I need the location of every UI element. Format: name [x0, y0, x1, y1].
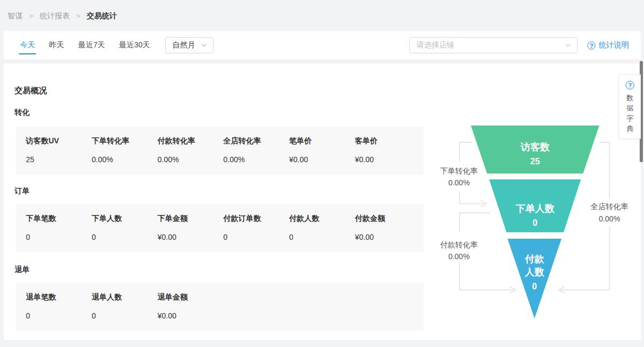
stat-refund-count: 退单笔数 0 — [26, 293, 92, 320]
data-dictionary-label: 典 — [627, 123, 634, 134]
funnel-bracket-line — [560, 227, 609, 290]
filter-toolbar: 今天 昨天 最近7天 最近30天 自然月 请选择店铺 ? 统计说明 — [4, 31, 641, 59]
conversion-funnel-chart: 下单转化率 0.00% 付款转化率 0.00% 全店转化率 0.00% 访客数 … — [434, 121, 644, 326]
shop-select[interactable]: 请选择店铺 — [409, 37, 578, 53]
stats-help-link[interactable]: ? 统计说明 — [587, 40, 629, 50]
funnel-stage-label: 付款 — [524, 254, 545, 265]
question-circle-icon: ? — [626, 81, 634, 89]
stat-order-users: 下单人数 0 — [92, 214, 157, 241]
chevron-down-icon — [565, 44, 571, 47]
funnel-stage-label: 下单人数 — [515, 203, 555, 214]
page-title: 交易概况 — [15, 86, 47, 96]
stat-pay-rate: 付款转化率 0.00% — [157, 136, 223, 164]
funnel-stage-value: 0 — [532, 282, 537, 291]
stat-refund-amount: 退单金额 ¥0.00 — [157, 293, 223, 320]
data-dictionary-tab[interactable]: ? 数 据 字 典 — [619, 74, 641, 139]
funnel-stage-label: 访客数 — [520, 142, 550, 152]
shop-select-placeholder: 请选择店铺 — [416, 40, 454, 50]
stat-order-count: 下单笔数 0 — [26, 214, 92, 241]
month-dropdown-label: 自然月 — [172, 40, 195, 50]
funnel-bracket-line — [599, 142, 609, 198]
data-dictionary-label: 字 — [627, 113, 634, 123]
stat-per-order-price: 笔单价 ¥0.00 — [289, 136, 355, 164]
chevron-down-icon — [201, 44, 207, 47]
funnel-bracket-line — [460, 213, 490, 232]
funnel-stage-label: 人数 — [524, 267, 545, 277]
breadcrumb-item-reports[interactable]: 统计报表 — [39, 11, 70, 20]
funnel-bracket-line — [460, 191, 484, 204]
funnel-rate-label: 付款转化率 — [440, 240, 478, 249]
data-dictionary-label: 数 — [627, 93, 634, 103]
conversion-panel: 访客数UV 25 下单转化率 0.00% 付款转化率 0.00% 全店转化率 0… — [16, 127, 423, 175]
data-dictionary-label: 据 — [627, 103, 634, 113]
section-title-orders: 订单 — [15, 186, 30, 196]
funnel-rate-label: 下单转化率 — [440, 166, 478, 175]
stat-shop-rate: 全店转化率 0.00% — [223, 136, 289, 164]
breadcrumb-separator: > — [29, 12, 33, 20]
funnel-stage-value: 0 — [533, 218, 538, 227]
funnel-stage-payers — [508, 239, 561, 318]
section-title-refunds: 退单 — [15, 265, 30, 275]
funnel-rate-label: 全店转化率 — [591, 202, 628, 211]
stat-paid-orders: 付款订单数 0 — [223, 214, 289, 241]
transaction-overview-card: 交易概况 转化 访客数UV 25 下单转化率 0.00% 付款转化率 0.00%… — [4, 64, 641, 340]
stat-per-customer-price: 客单价 ¥0.00 — [355, 136, 421, 164]
breadcrumb: 智谋 > 统计报表 > 交易统计 — [8, 11, 117, 21]
breadcrumb-item-current: 交易统计 — [87, 11, 117, 20]
stat-refund-users: 退单人数 0 — [92, 293, 157, 320]
funnel-bracket-line — [460, 262, 513, 290]
stat-paid-amount: 付款金额 ¥0.00 — [355, 214, 421, 241]
month-dropdown[interactable]: 自然月 — [165, 37, 214, 53]
tab-today[interactable]: 今天 — [20, 36, 35, 54]
breadcrumb-separator: > — [76, 12, 80, 20]
stat-paid-users: 付款人数 0 — [289, 214, 355, 241]
funnel-rate-value: 0.00% — [448, 252, 470, 261]
question-circle-icon: ? — [587, 41, 595, 50]
funnel-rate-value: 0.00% — [599, 214, 620, 223]
stats-help-label: 统计说明 — [599, 40, 629, 50]
tab-last30days[interactable]: 最近30天 — [119, 36, 150, 54]
stat-uv: 访客数UV 25 — [26, 136, 92, 164]
stat-order-rate: 下单转化率 0.00% — [92, 136, 157, 164]
refunds-panel: 退单笔数 0 退单人数 0 退单金额 ¥0.00 — [16, 283, 423, 331]
funnel-bracket-line — [460, 142, 472, 161]
breadcrumb-item-home[interactable]: 智谋 — [8, 11, 23, 20]
tab-yesterday[interactable]: 昨天 — [49, 36, 64, 54]
section-title-conversion: 转化 — [15, 108, 30, 117]
funnel-stage-value: 25 — [530, 157, 540, 166]
stat-order-amount: 下单金额 ¥0.00 — [157, 214, 223, 241]
orders-panel: 下单笔数 0 下单人数 0 下单金额 ¥0.00 付款订单数 0 付款人数 0 … — [16, 204, 423, 253]
funnel-rate-value: 0.00% — [448, 178, 470, 187]
tab-last7days[interactable]: 最近7天 — [78, 36, 105, 54]
